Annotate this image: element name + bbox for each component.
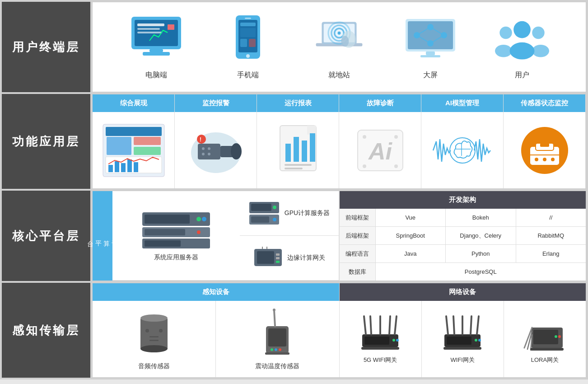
- station-icon: [312, 14, 366, 64]
- svg-rect-121: [268, 328, 286, 347]
- svg-rect-113: [140, 319, 168, 349]
- func-body-ai: [421, 112, 504, 188]
- func-body-fault: Ai: [339, 112, 421, 188]
- vibration-sensor-item: 震动温度传感器: [216, 301, 339, 377]
- svg-rect-53: [134, 162, 138, 172]
- phone-label: 手机端: [237, 70, 259, 80]
- svg-point-75: [363, 135, 366, 139]
- dev-row-lang: 编程语言 Java Python Erlang: [340, 245, 586, 263]
- svg-rect-72: [285, 168, 303, 169]
- svg-point-24: [341, 36, 349, 47]
- svg-text:Ai: Ai: [368, 138, 393, 164]
- svg-point-38: [509, 42, 534, 59]
- gpu-server-label: GPU计算服务器: [285, 209, 330, 217]
- function-headers: 综合展现 监控报警 运行报表 故障诊断 AI模型管理 传感器状态监控: [93, 94, 586, 112]
- lora-device: LORA网关: [504, 301, 586, 377]
- perception-header: 感知设备: [93, 283, 339, 301]
- dev-val-java: Java: [376, 245, 446, 262]
- svg-rect-95: [145, 229, 185, 235]
- svg-rect-91: [145, 215, 190, 224]
- func-header-2: 运行报表: [257, 94, 339, 112]
- svg-text:!: !: [200, 136, 201, 143]
- dev-val-erlang: Erlang: [516, 245, 586, 262]
- svg-rect-11: [245, 18, 251, 19]
- svg-line-133: [389, 316, 390, 334]
- svg-point-126: [279, 348, 281, 351]
- function-bodies: !: [93, 112, 586, 188]
- dev-row-db: 数据库 PostgreSQL: [340, 263, 586, 281]
- svg-line-143: [471, 316, 471, 334]
- func-body-sensor: [504, 112, 586, 188]
- terminal-item-phone: 手机端: [221, 14, 275, 80]
- svg-point-146: [478, 339, 481, 342]
- svg-point-39: [499, 26, 512, 38]
- svg-point-77: [363, 164, 366, 168]
- terminal-item-computer: 电脑端: [129, 14, 183, 80]
- svg-point-41: [532, 26, 544, 38]
- svg-rect-45: [107, 137, 131, 155]
- dev-val-frontend-3: //: [516, 209, 586, 226]
- 5gwifi-device: 5G WIFI网关: [340, 301, 422, 377]
- platform-left-section: 计算平台: [93, 191, 340, 281]
- svg-line-134: [395, 316, 397, 334]
- svg-rect-35: [426, 52, 435, 55]
- platform-layer-label: 核心平台层: [2, 191, 90, 281]
- dev-val-bokeh: Bokeh: [446, 209, 516, 226]
- svg-line-144: [477, 316, 479, 334]
- 5gwifi-label: 5G WIFI网关: [364, 356, 397, 364]
- svg-rect-109: [276, 261, 280, 263]
- dev-vals-db: PostgreSQL: [376, 263, 586, 281]
- svg-rect-103: [251, 216, 269, 223]
- svg-point-60: [202, 147, 205, 150]
- svg-rect-51: [121, 163, 126, 172]
- dev-vals-lang: Java Python Erlang: [376, 245, 586, 262]
- dev-val-vue: Vue: [376, 209, 446, 226]
- func-body-comprehensive: [93, 112, 175, 188]
- svg-point-135: [392, 339, 395, 342]
- svg-point-42: [532, 45, 549, 57]
- svg-rect-2: [137, 23, 164, 26]
- func-body-monitor: !: [175, 112, 257, 188]
- dev-cat-backend: 后端框架: [340, 227, 376, 244]
- terminal-layer-row: 用户终端层: [2, 2, 586, 92]
- func-header-1: 监控报警: [175, 94, 257, 112]
- svg-rect-7: [143, 52, 170, 56]
- func-header-4: AI模型管理: [421, 94, 504, 112]
- svg-point-115: [140, 314, 168, 322]
- users-label: 用户: [515, 70, 529, 80]
- func-header-5: 传感器状态监控: [504, 94, 586, 112]
- svg-point-104: [273, 218, 276, 221]
- svg-point-37: [513, 21, 531, 38]
- wifi-device: WIFI网关: [422, 301, 504, 377]
- svg-rect-71: [285, 164, 312, 166]
- svg-rect-149: [533, 330, 558, 344]
- func-header-0: 综合展现: [93, 94, 175, 112]
- svg-rect-98: [145, 240, 181, 247]
- svg-point-101: [273, 206, 276, 209]
- svg-rect-47: [134, 147, 161, 155]
- lora-label: LORA网关: [531, 356, 559, 364]
- svg-rect-139: [447, 337, 471, 345]
- svg-point-153: [555, 335, 557, 338]
- svg-rect-12: [240, 23, 256, 26]
- svg-rect-4: [137, 32, 162, 33]
- dev-framework-title: 开发架构: [340, 191, 586, 209]
- function-layer-label: 功能应用层: [2, 94, 90, 189]
- svg-point-96: [197, 230, 201, 234]
- svg-line-130: [364, 316, 366, 334]
- gpu-server-item: GPU计算服务器: [240, 191, 339, 236]
- svg-point-58: [197, 135, 206, 144]
- network-devices: 5G WIFI网关: [340, 301, 586, 377]
- svg-point-124: [271, 348, 273, 351]
- svg-rect-155: [530, 348, 564, 351]
- svg-rect-5: [168, 24, 174, 30]
- svg-rect-70: [310, 133, 315, 162]
- svg-point-87: [535, 158, 538, 161]
- svg-rect-14: [240, 39, 247, 47]
- sensor-layer-label: 感知传输层: [2, 283, 90, 378]
- dev-cat-db: 数据库: [340, 263, 376, 281]
- bigscreen-icon: [403, 14, 457, 64]
- function-layer-row: 功能应用层 综合展现 监控报警 运行报表 故障诊断 AI模型管理 传感器状态监控: [2, 94, 586, 189]
- bigscreen-label: 大屏: [423, 70, 438, 80]
- dev-val-springboot: SpringBoot: [376, 227, 446, 244]
